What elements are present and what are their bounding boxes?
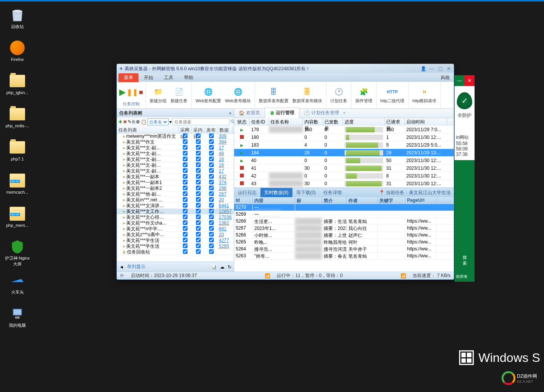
menu-style[interactable]: 风格	[441, 74, 454, 81]
checkbox[interactable]	[209, 139, 214, 144]
delete-icon[interactable]: ✖	[123, 119, 127, 125]
data-link[interactable]: 384	[218, 139, 233, 145]
subtab-realtime[interactable]: 实时数据(8)	[260, 188, 292, 198]
data-link[interactable]: 432	[218, 174, 233, 179]
desktop-icon-zip[interactable]: memcach...	[4, 171, 31, 201]
checkbox[interactable]	[183, 203, 188, 208]
back-icon[interactable]: ◄	[119, 264, 124, 270]
data-link[interactable]: 20	[218, 232, 233, 237]
checkbox[interactable]	[183, 191, 188, 196]
table-row[interactable]: 43网剩300312023/11/30 12:...	[234, 180, 454, 188]
table-row[interactable]: 5270—— 我们...李湘莉https://ww...	[234, 204, 454, 211]
stop-icon[interactable]: ■	[139, 88, 143, 96]
checkbox[interactable]	[209, 232, 214, 237]
tab-welcome[interactable]: 🏠欢迎页	[234, 108, 265, 118]
dropdown-icon[interactable]: ▾	[169, 119, 172, 125]
schedule-button[interactable]: 🕐计划任务	[329, 86, 349, 105]
search-button[interactable]: 搜索	[458, 253, 471, 268]
close-tab-icon[interactable]: ×	[343, 110, 346, 116]
data-link[interactable]: 4277	[218, 238, 233, 243]
checkbox[interactable]	[196, 151, 201, 155]
checkbox[interactable]	[196, 180, 201, 184]
pause-icon[interactable]: ❚❚	[127, 88, 138, 96]
checkbox[interactable]	[183, 197, 188, 202]
minimize-icon[interactable]: —	[454, 75, 465, 86]
cloud-icon[interactable]: ☁	[220, 264, 225, 270]
checkbox[interactable]	[209, 203, 214, 208]
checkbox[interactable]	[209, 180, 214, 184]
checkbox[interactable]	[196, 157, 201, 161]
desktop-icon-pc[interactable]: 我的电脑	[4, 303, 31, 333]
new-task-button[interactable]: 📄新建任务	[169, 86, 189, 105]
http-sim-button[interactable]: Hhttp模拟请求	[411, 86, 438, 105]
table-row[interactable]: 52672023年1...摘要：2023...我心向往https://ww...	[234, 225, 454, 232]
plugin-button[interactable]: 🧩插件管理	[354, 86, 374, 105]
checkbox[interactable]	[209, 249, 214, 254]
menu-item[interactable]: 开始	[139, 73, 159, 82]
checkbox[interactable]	[209, 133, 214, 138]
tool-icon[interactable]: ⚙	[136, 119, 140, 125]
tab-running[interactable]: 🖥运行管理	[265, 108, 299, 118]
data-link[interactable]: 12857	[218, 209, 233, 214]
checkbox[interactable]	[196, 186, 201, 190]
checkbox[interactable]	[209, 220, 214, 225]
data-link[interactable]: 20	[218, 197, 233, 203]
table-row[interactable]: ▶1834052023/11/29 5:0...	[234, 141, 454, 149]
desktop-icon-folder[interactable]: php_redis-...	[4, 104, 31, 134]
menu-item[interactable]: 帮助	[179, 73, 199, 82]
checkbox[interactable]	[196, 243, 201, 248]
checkbox[interactable]	[209, 226, 214, 231]
checkbox[interactable]	[183, 180, 188, 184]
data-link[interactable]: 374	[218, 180, 233, 185]
copy-icon[interactable]: ⎘	[132, 119, 135, 125]
checkbox[interactable]	[196, 209, 201, 213]
data-link[interactable]: 17	[218, 168, 233, 174]
desktop-icon-folder[interactable]: php7.1	[4, 137, 31, 167]
table-row[interactable]: 42秒0082023/11/30 12:...	[234, 172, 454, 180]
checkbox[interactable]	[196, 145, 201, 150]
table-row[interactable]: 1800012023/11/30 12:...	[234, 133, 454, 141]
table-row[interactable]: 5269—— 深秋...秋水翁https://ww...	[234, 211, 454, 218]
search-input[interactable]	[172, 118, 230, 125]
data-link[interactable]: 681	[218, 226, 233, 231]
data-link[interactable]: 16	[218, 157, 233, 162]
data-link[interactable]: 48	[218, 151, 233, 156]
checkbox[interactable]	[196, 215, 201, 219]
checkbox[interactable]	[183, 249, 188, 254]
checkbox[interactable]	[209, 238, 214, 242]
db-module-button[interactable]: 🗄数据库发布模块	[291, 86, 324, 105]
tree-icon[interactable]: 📊	[211, 264, 217, 270]
table-row[interactable]: 5263"帅哥...摘要：春去...笔名青灿https://ww...	[234, 253, 454, 260]
data-link[interactable]: 267	[218, 191, 233, 197]
checkbox[interactable]	[209, 151, 214, 155]
db-config-button[interactable]: 🗄数据库发布配置	[257, 86, 290, 105]
table-row[interactable]: 5266小时候...摘要：上世...赵声仁https://ww...	[234, 232, 454, 239]
checkbox[interactable]	[183, 226, 188, 231]
table-row[interactable]: 5265昨晚...昨晚我哥给...何叶https://ww...	[234, 239, 454, 246]
desktop-icon-train[interactable]: 火车头	[4, 270, 31, 300]
subtab-detail[interactable]: 任务详情	[319, 188, 346, 198]
checkbox[interactable]	[209, 209, 214, 213]
checkbox[interactable]	[183, 215, 188, 219]
checkbox[interactable]	[183, 168, 188, 173]
checkbox[interactable]	[196, 197, 201, 202]
checkbox[interactable]	[209, 243, 214, 248]
checkbox[interactable]	[183, 174, 188, 179]
checkbox[interactable]	[196, 220, 201, 225]
checkbox[interactable]	[196, 191, 201, 196]
collapse-icon[interactable]: «	[229, 110, 231, 116]
checkbox[interactable]	[209, 157, 214, 161]
checkbox[interactable]	[209, 145, 214, 150]
tab-schedule[interactable]: 🕐计划任务管理×	[299, 108, 350, 118]
desktop-icon-zip[interactable]: php_mem...	[4, 204, 31, 234]
data-link[interactable]: 309	[218, 133, 233, 139]
web-config-button[interactable]: 🌐Web发布配置	[194, 86, 223, 105]
checkbox[interactable]	[196, 174, 201, 179]
checkbox[interactable]	[209, 174, 214, 179]
web-module-button[interactable]: 🌐Web发布模块	[223, 86, 252, 105]
checkbox[interactable]	[196, 168, 201, 173]
data-link[interactable]: 1382	[218, 220, 233, 226]
titlebar[interactable]: ✈高铁采集器 - 外网解密狼 9.8.0 win10兼容全功能雷锋版 该软件版权…	[117, 64, 454, 73]
menu-item[interactable]: 菜单	[118, 73, 139, 82]
checkbox[interactable]	[183, 238, 188, 242]
